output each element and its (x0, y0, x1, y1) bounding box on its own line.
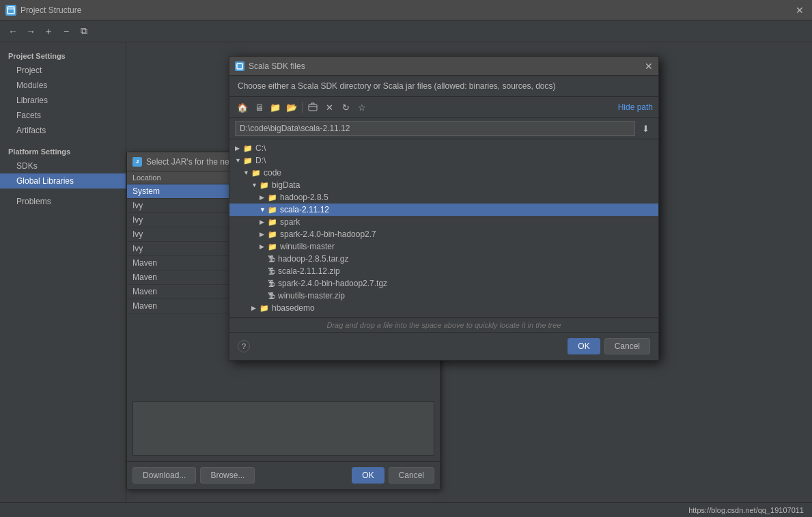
tree-label: D:\ (255, 156, 266, 165)
tree-arrow: ▼ (260, 206, 268, 213)
folder-icon: 📁 (268, 206, 277, 214)
app-icon (5, 5, 16, 16)
sidebar-item-global-libraries[interactable]: Global Libraries (0, 173, 126, 188)
close-icon[interactable]: ✕ (793, 5, 807, 16)
remove-button[interactable]: − (59, 24, 74, 39)
tree-item[interactable]: ▼📁code (229, 167, 658, 179)
tree-label: C:\ (255, 143, 266, 153)
hide-path-button[interactable]: Hide path (618, 102, 653, 112)
separator (302, 102, 303, 113)
url-text: https://blog.csdn.net/qq_19107011 (688, 506, 804, 514)
jar-cancel-button[interactable]: Cancel (389, 467, 434, 484)
tree-item[interactable]: ▶📁spark-2.4.0-bin-hadoop2.7 (229, 228, 658, 240)
tree-arrow: ▼ (251, 182, 260, 188)
app-title: Project Structure (20, 5, 793, 15)
archive-icon: 🗜 (268, 267, 275, 275)
archive-icon: 🗜 (268, 292, 275, 300)
tree-item[interactable]: ▶📁winutils-master (229, 240, 658, 253)
tree-item[interactable]: ▼📁bigData (229, 179, 658, 191)
new-folder-button[interactable] (305, 100, 320, 115)
folder-icon: 📁 (268, 193, 277, 202)
sidebar-item-problems[interactable]: Problems (0, 194, 126, 209)
sdk-dialog-footer: ? OK Cancel (229, 332, 658, 360)
tree-item[interactable]: 🗜spark-2.4.0-bin-hadoop2.7.tgz (229, 277, 658, 290)
sdk-close-button[interactable]: ✕ (645, 61, 653, 72)
project-settings-section: Project Settings (0, 48, 126, 63)
platform-settings-section: Platform Settings (0, 143, 126, 158)
folder-icon: 📁 (260, 181, 269, 190)
tree-item[interactable]: 🗜scala-2.11.12.zip (229, 265, 658, 277)
sidebar-item-artifacts[interactable]: Artifacts (0, 123, 126, 138)
title-bar: Project Structure ✕ (0, 0, 812, 20)
jar-ok-button[interactable]: OK (352, 467, 384, 484)
file-tree: ▶📁C:\▼📁D:\▼📁code▼📁bigData▶📁hadoop-2.8.5▼… (229, 139, 658, 318)
copy-button[interactable]: ⧉ (76, 24, 92, 39)
refresh-button[interactable]: ↻ (338, 100, 353, 115)
tree-item[interactable]: ▶📁hbasedemo (229, 302, 658, 314)
jar-selected-area (132, 401, 434, 456)
tree-arrow: ▼ (243, 169, 251, 176)
archive-icon: 🗜 (268, 255, 275, 263)
tree-arrow: ▶ (260, 194, 268, 201)
sidebar-item-facets[interactable]: Facets (0, 108, 126, 123)
tree-label: winutils-master.zip (278, 291, 345, 301)
folder-icon: 📁 (243, 156, 253, 165)
tree-label: spark-2.4.0-bin-hadoop2.7.tgz (278, 279, 387, 288)
tree-item[interactable]: ▶📁C:\ (229, 142, 658, 154)
path-download-button[interactable]: ⬇ (638, 121, 653, 136)
folder-button[interactable]: 📁 (268, 100, 283, 115)
svg-rect-3 (309, 104, 317, 111)
tree-item[interactable]: ▶📁hadoop-2.8.5 (229, 191, 658, 204)
main-toolbar: ← → + − ⧉ (0, 20, 812, 42)
tree-arrow: ▶ (235, 145, 243, 152)
tree-arrow: ▶ (251, 305, 260, 311)
back-button[interactable]: ← (5, 24, 20, 39)
svg-rect-2 (237, 64, 242, 69)
sdk-dialog-description: Choose either a Scala SDK directory or S… (229, 76, 658, 97)
tree-label: scala-2.11.12 (280, 205, 329, 214)
url-bar: https://blog.csdn.net/qq_19107011 (0, 502, 812, 517)
sidebar-item-sdks[interactable]: SDKs (0, 158, 126, 173)
tree-item[interactable]: ▶📁spark (229, 216, 658, 228)
sidebar-item-libraries[interactable]: Libraries (0, 93, 126, 108)
delete-button[interactable]: ✕ (322, 100, 337, 115)
tree-label: hbasedemo (272, 303, 315, 313)
sdk-dialog-title: Scala SDK files (249, 61, 645, 71)
up-folder-button[interactable]: 📂 (284, 100, 299, 115)
tree-item[interactable]: 🗜hadoop-2.8.5.tar.gz (229, 253, 658, 265)
path-input[interactable] (235, 121, 635, 136)
folder-icon: 📁 (243, 144, 253, 153)
add-button[interactable]: + (41, 24, 56, 39)
tree-arrow: ▶ (260, 231, 268, 238)
jar-dialog-footer: Download... Browse... OK Cancel (127, 461, 440, 489)
sdk-dialog: Scala SDK files ✕ Choose either a Scala … (229, 56, 659, 361)
home-button[interactable]: 🏠 (235, 100, 250, 115)
folder-icon: 📁 (268, 230, 277, 239)
forward-button[interactable]: → (23, 24, 38, 39)
download-button[interactable]: Download... (132, 467, 196, 484)
sidebar-divider-2 (0, 188, 126, 194)
tree-arrow: ▼ (235, 157, 243, 164)
jar-dialog-icon: J (132, 157, 142, 167)
browse-button[interactable]: Browse... (200, 467, 255, 484)
tree-label: scala-2.11.12.zip (278, 266, 340, 276)
tree-label: spark (280, 217, 300, 227)
bookmark-button[interactable]: ☆ (354, 100, 369, 115)
tree-label: hadoop-2.8.5 (280, 193, 328, 202)
help-button[interactable]: ? (238, 340, 250, 352)
sdk-dialog-icon (235, 61, 244, 71)
tree-arrow: ▶ (260, 243, 268, 250)
jar-footer-left: Download... Browse... (132, 467, 348, 484)
desktop-button[interactable]: 🖥 (251, 100, 266, 115)
sdk-ok-button[interactable]: OK (568, 338, 600, 354)
sdk-cancel-button[interactable]: Cancel (604, 338, 650, 354)
sidebar-item-project[interactable]: Project (0, 63, 126, 78)
tree-item[interactable]: ▼📁scala-2.11.12 (229, 204, 658, 216)
tree-label: hadoop-2.8.5.tar.gz (278, 254, 348, 264)
folder-icon: 📁 (268, 242, 277, 251)
sdk-dialog-header: Scala SDK files ✕ (229, 57, 658, 76)
tree-label: winutils-master (280, 242, 335, 251)
tree-item[interactable]: 🗜winutils-master.zip (229, 290, 658, 302)
tree-item[interactable]: ▼📁D:\ (229, 154, 658, 167)
sidebar-item-modules[interactable]: Modules (0, 78, 126, 93)
